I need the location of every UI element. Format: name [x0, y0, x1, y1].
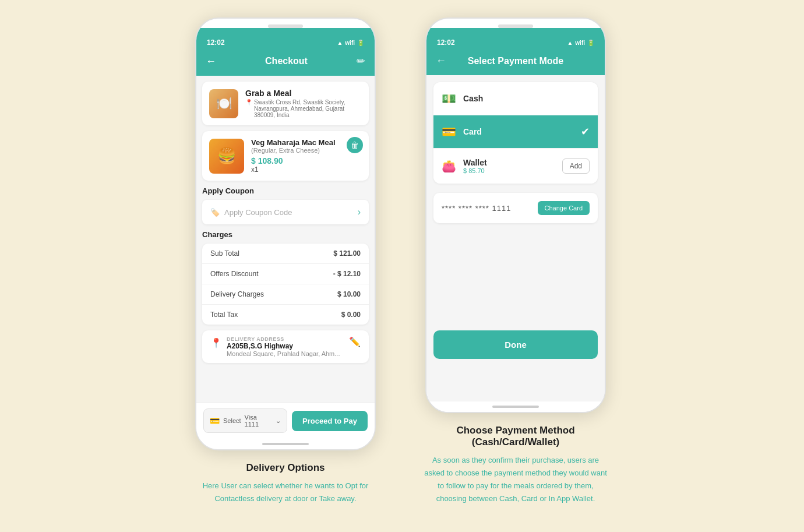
payment-option-card[interactable]: 💳 Card ✔ [433, 115, 598, 149]
wifi-icon: wifi [345, 40, 355, 46]
card-number-row: **** **** **** 1111 Change Card [433, 193, 598, 223]
charges-section-title: Charges [202, 230, 369, 239]
battery-icon: 🔋 [357, 40, 364, 46]
card-number-text: **** **** **** 1111 [442, 204, 511, 213]
payment-back-button[interactable]: ← [436, 55, 446, 67]
right-caption: Choose Payment Method (Cash/Card/Wallet)… [422, 425, 609, 505]
charges-section: Charges Sub Total $ 121.00 Offers Discou… [202, 230, 369, 325]
wallet-add-button[interactable]: Add [562, 158, 590, 174]
cart-item-card: 🍔 Veg Maharaja Mac Meal (Regular, Extra … [202, 131, 369, 181]
payment-battery-icon: 🔋 [587, 40, 594, 46]
payment-signal-icon: ▲ [567, 40, 573, 46]
charge-row-delivery: Delivery Charges $ 10.00 [202, 284, 369, 305]
checkout-status-bar: 12:02 ▲ wifi 🔋 [196, 35, 375, 49]
wallet-balance: $ 85.70 [463, 167, 487, 174]
payment-status-bar: 12:02 ▲ wifi 🔋 [426, 35, 605, 49]
payment-option-cash[interactable]: 💵 Cash [433, 82, 598, 115]
payment-home-indicator [492, 406, 539, 408]
card-check-icon: ✔ [581, 125, 590, 138]
restaurant-info: Grab a Meal 📍 Swastik Cross Rd, Swastik … [245, 89, 362, 118]
wallet-icon: 👛 [442, 159, 456, 173]
charge-row-tax: Total Tax $ 0.00 [202, 305, 369, 325]
cash-icon: 💵 [442, 91, 456, 105]
coupon-input-row[interactable]: 🏷️ Apply Coupon Code › [202, 200, 369, 224]
payment-content: 💵 Cash 💳 Card ✔ 👛 [426, 75, 605, 401]
left-caption-body: Here User can select whether he wants to… [203, 480, 369, 505]
charge-value-tax: $ 0.00 [341, 311, 361, 319]
restaurant-emoji: 🍽️ [216, 96, 232, 111]
left-caption-title: Delivery Options [203, 462, 369, 474]
card-name: Visa 1111 [245, 414, 272, 428]
checkout-content: 🍽️ Grab a Meal 📍 Swastik Cross Rd, Swast… [196, 76, 375, 402]
charge-label-discount: Offers Discount [210, 270, 258, 278]
payment-option-wallet[interactable]: 👛 Wallet $ 85.70 Add [433, 149, 598, 184]
cart-item-price: $ 108.90 [251, 156, 362, 165]
payment-phone-section: 12:02 ▲ wifi 🔋 ← Select Payment Mode [422, 17, 609, 505]
checkout-phone-section: 12:02 ▲ wifi 🔋 ← Checkout ✏ [195, 17, 376, 505]
phones-row: 12:02 ▲ wifi 🔋 ← Checkout ✏ [195, 17, 609, 505]
checkout-bottom-bar: 💳 Select Visa 1111 ⌄ Proceed to Pay [196, 402, 375, 439]
right-caption-title: Choose Payment Method (Cash/Card/Wallet) [422, 425, 609, 448]
restaurant-card: 🍽️ Grab a Meal 📍 Swastik Cross Rd, Swast… [202, 82, 369, 125]
delete-item-button[interactable]: 🗑 [347, 137, 363, 153]
charge-row-subtotal: Sub Total $ 121.00 [202, 244, 369, 264]
payment-title: Select Payment Mode [468, 56, 564, 66]
card-mini-icon: 💳 [210, 416, 220, 425]
delivery-address-line2: Mondeal Square, Prahlad Nagar, Ahm... [227, 350, 340, 357]
card-payment-icon: 💳 [442, 125, 456, 139]
right-caption-body: As soon as they confirm their purchase, … [422, 454, 609, 505]
charge-row-discount: Offers Discount - $ 12.10 [202, 264, 369, 284]
done-button-wrap: Done [433, 326, 598, 361]
page-container: 12:02 ▲ wifi 🔋 ← Checkout ✏ [0, 0, 804, 532]
restaurant-name: Grab a Meal [245, 89, 362, 98]
payment-app-header: ← Select Payment Mode [426, 49, 605, 75]
burger-emoji: 🍔 [217, 147, 236, 165]
delivery-info: DELIVERY ADDRESS A205B,S.G Highway Monde… [227, 336, 340, 357]
charge-label-tax: Total Tax [210, 311, 238, 319]
charge-label-delivery: Delivery Charges [210, 290, 264, 298]
coupon-placeholder: Apply Coupon Code [224, 208, 292, 217]
location-pin-icon: 📍 [245, 99, 252, 105]
cart-item-variant: (Regular, Extra Cheese) [251, 147, 362, 154]
cart-item-qty: x1 [251, 165, 362, 174]
delivery-section-label: DELIVERY ADDRESS [227, 336, 340, 342]
payment-spacer [433, 232, 598, 326]
restaurant-image: 🍽️ [209, 89, 238, 118]
cart-item-image: 🍔 [209, 139, 244, 174]
cart-item-name: Veg Maharaja Mac Meal [251, 138, 362, 147]
payment-options-card: 💵 Cash 💳 Card ✔ 👛 [433, 82, 598, 184]
cash-label: Cash [463, 94, 483, 103]
done-button[interactable]: Done [433, 330, 598, 359]
signal-icon: ▲ [337, 40, 343, 46]
wallet-info: Wallet $ 85.70 [463, 158, 487, 174]
delivery-edit-button[interactable]: ✏️ [349, 336, 361, 347]
card-select-label: Select [223, 417, 241, 424]
card-label: Card [463, 127, 482, 136]
payment-home-bar-area [426, 401, 605, 412]
delivery-address-line1: A205B,S.G Highway [227, 342, 340, 350]
change-card-button[interactable]: Change Card [538, 201, 590, 215]
charges-card: Sub Total $ 121.00 Offers Discount - $ 1… [202, 244, 369, 325]
payment-status-icons: ▲ wifi 🔋 [567, 40, 594, 46]
payment-phone-frame: 12:02 ▲ wifi 🔋 ← Select Payment Mode [425, 17, 606, 413]
notch-area [196, 28, 375, 35]
payment-time: 12:02 [437, 38, 455, 47]
charge-value-discount: - $ 12.10 [333, 270, 361, 278]
phone-home-indicator [262, 443, 309, 445]
charge-label-subtotal: Sub Total [210, 249, 239, 258]
proceed-to-pay-button[interactable]: Proceed to Pay [292, 411, 368, 431]
coupon-input-left: 🏷️ Apply Coupon Code [210, 208, 292, 217]
checkout-edit-button[interactable]: ✏ [357, 55, 365, 68]
card-select-button[interactable]: 💳 Select Visa 1111 ⌄ [203, 408, 287, 433]
coupon-section: Apply Coupon 🏷️ Apply Coupon Code › [202, 186, 369, 224]
checkout-back-button[interactable]: ← [206, 55, 216, 68]
delivery-address-section: 📍 DELIVERY ADDRESS A205B,S.G Highway Mon… [202, 330, 369, 363]
wallet-label: Wallet [463, 158, 487, 167]
cart-item-details: Veg Maharaja Mac Meal (Regular, Extra Ch… [251, 138, 362, 174]
coupon-section-title: Apply Coupon [202, 186, 369, 195]
delivery-left: 📍 DELIVERY ADDRESS A205B,S.G Highway Mon… [210, 336, 340, 357]
charge-value-subtotal: $ 121.00 [333, 249, 361, 258]
restaurant-address-text: Swastik Cross Rd, Swastik Society, Navra… [254, 99, 362, 118]
checkout-status-icons: ▲ wifi 🔋 [337, 40, 364, 46]
coupon-tag-icon: 🏷️ [210, 208, 220, 217]
